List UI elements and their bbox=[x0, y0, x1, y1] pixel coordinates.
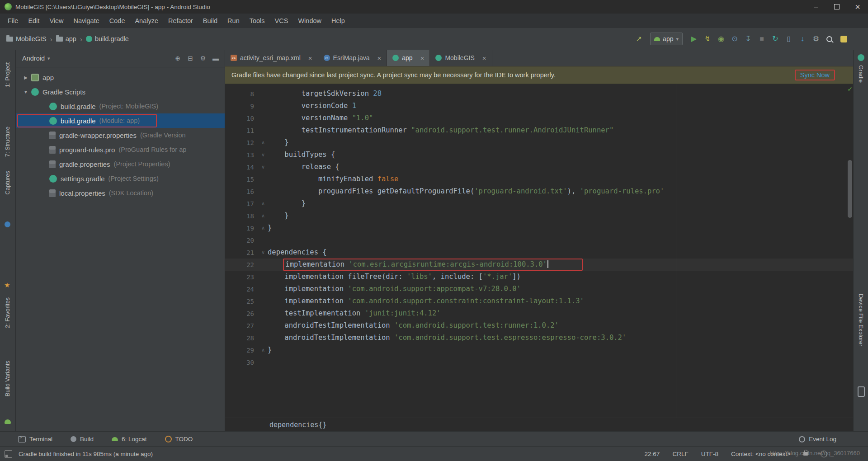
search-everywhere-icon[interactable] bbox=[826, 36, 832, 42]
code-line-28[interactable]: 28 androidTestImplementation 'com.androi… bbox=[225, 332, 853, 344]
code-line-16[interactable]: 16 proguardFiles getDefaultProguardFile(… bbox=[225, 185, 853, 198]
menu-item-navigate[interactable]: Navigate bbox=[69, 14, 104, 28]
editor-tab-esrimap-java[interactable]: CEsriMap.java× bbox=[318, 50, 387, 66]
maximize-button[interactable] bbox=[826, 0, 847, 14]
menu-item-vcs[interactable]: VCS bbox=[270, 14, 293, 28]
menu-item-help[interactable]: Help bbox=[326, 14, 350, 28]
tool-button-gradle[interactable]: Gradle bbox=[858, 65, 864, 83]
notifications-icon[interactable] bbox=[840, 36, 847, 42]
device-manager-icon[interactable]: ▯ bbox=[782, 32, 796, 46]
code-line-18[interactable]: 18∧ } bbox=[225, 210, 853, 222]
menu-item-build[interactable]: Build bbox=[198, 14, 222, 28]
file-encoding[interactable]: UTF-8 bbox=[701, 451, 718, 457]
code-line-29[interactable]: 29∧} bbox=[225, 344, 853, 356]
minimize-button[interactable]: – bbox=[806, 0, 826, 14]
menu-item-file[interactable]: File bbox=[3, 14, 23, 28]
breadcrumb-app[interactable]: app bbox=[56, 35, 76, 42]
tool-button-todo[interactable]: TODO bbox=[165, 436, 193, 442]
attach-debugger-icon[interactable]: ↧ bbox=[741, 32, 755, 46]
code-line-14[interactable]: 14∨ release { bbox=[225, 161, 853, 173]
readonly-lock-icon[interactable] bbox=[803, 452, 808, 456]
hide-panel-icon[interactable]: ▬ bbox=[210, 55, 221, 62]
tree-item-local-properties-sdk-location[interactable]: local.properties(SDK Location) bbox=[16, 186, 225, 200]
tool-button-terminal[interactable]: Terminal bbox=[18, 436, 52, 442]
tree-item-build-gradle-project-mobilegis[interactable]: build.gradle(Project: MobileGIS) bbox=[16, 99, 225, 113]
tool-button-build-variants[interactable]: Build Variants bbox=[4, 361, 11, 396]
code-line-11[interactable]: 11 testInstrumentationRunner "android.su… bbox=[225, 124, 853, 136]
tree-item-gradle-properties-project-properties[interactable]: gradle.properties(Project Properties) bbox=[16, 157, 225, 171]
tool-button-7-structure[interactable]: 7: Structure bbox=[4, 127, 11, 157]
code-line-10[interactable]: 10 versionName "1.0" bbox=[225, 112, 853, 124]
scrollbar-thumb[interactable] bbox=[848, 160, 852, 218]
profiler-icon[interactable]: ⊙ bbox=[728, 32, 741, 46]
code-line-30[interactable]: 30 bbox=[225, 356, 853, 368]
tree-item-gradle-wrapper-properties-gradle-version[interactable]: gradle-wrapper.properties(Gradle Version bbox=[16, 128, 225, 142]
code-line-24[interactable]: 24 implementation 'com.android.support:a… bbox=[225, 283, 853, 295]
code-line-21[interactable]: 21∨dependencies { bbox=[225, 246, 853, 259]
tool-button-2-favorites[interactable]: 2: Favorites bbox=[4, 297, 11, 328]
stop-icon[interactable]: ■ bbox=[755, 32, 769, 46]
editor-tab-app[interactable]: app× bbox=[387, 50, 430, 66]
code-line-19[interactable]: 19∧} bbox=[225, 222, 853, 234]
editor-breadcrumb[interactable]: dependencies{} bbox=[269, 421, 326, 429]
menu-item-tools[interactable]: Tools bbox=[245, 14, 270, 28]
collapse-all-icon[interactable]: ⊟ bbox=[185, 55, 196, 62]
menu-item-view[interactable]: View bbox=[44, 14, 68, 28]
code-line-26[interactable]: 26 testImplementation 'junit:junit:4.12' bbox=[225, 307, 853, 320]
breadcrumb-build-gradle[interactable]: build.gradle bbox=[86, 35, 129, 42]
run-icon[interactable]: ▶ bbox=[687, 32, 701, 46]
tab-close-icon[interactable]: × bbox=[308, 54, 312, 62]
menu-item-window[interactable]: Window bbox=[293, 14, 326, 28]
code-line-12[interactable]: 12∧ } bbox=[225, 136, 853, 149]
code-line-22[interactable]: 22 implementation 'com.esri.arcgisruntim… bbox=[225, 259, 853, 271]
code-editor[interactable]: 8 targetSdkVersion 289 versionCode 110 v… bbox=[225, 84, 853, 418]
tool-button-1-project[interactable]: 1: Project bbox=[4, 62, 11, 87]
breadcrumb-mobilegis[interactable]: MobileGIS bbox=[6, 35, 47, 42]
code-line-23[interactable]: 23 implementation fileTree(dir: 'libs', … bbox=[225, 271, 853, 283]
editor-tab-mobilegis[interactable]: MobileGIS× bbox=[430, 50, 492, 66]
tool-button-device-file-explorer[interactable]: Device File Explorer bbox=[858, 294, 864, 346]
project-view-mode[interactable]: Android bbox=[22, 55, 45, 62]
code-line-20[interactable]: 20 bbox=[225, 234, 853, 246]
menu-item-edit[interactable]: Edit bbox=[23, 14, 44, 28]
tool-button-captures[interactable]: Captures bbox=[4, 171, 11, 195]
sync-gradle-icon[interactable]: ↻ bbox=[769, 32, 782, 46]
highlighting-context[interactable]: Context: <no context> bbox=[731, 451, 791, 457]
tree-item-settings-gradle-project-settings[interactable]: settings.gradle(Project Settings) bbox=[16, 171, 225, 186]
inspection-profile-icon[interactable] bbox=[821, 451, 827, 457]
tab-close-icon[interactable]: × bbox=[420, 54, 425, 62]
menu-item-analyze[interactable]: Analyze bbox=[130, 14, 163, 28]
attach-arrow-icon[interactable]: ↗ bbox=[632, 32, 646, 46]
tab-close-icon[interactable]: × bbox=[377, 54, 382, 62]
code-line-27[interactable]: 27 androidTestImplementation 'com.androi… bbox=[225, 320, 853, 332]
line-separator[interactable]: CRLF bbox=[672, 451, 688, 457]
sync-now-link[interactable]: Sync Now bbox=[795, 70, 835, 80]
cursor-position[interactable]: 22:67 bbox=[645, 451, 660, 457]
locate-file-icon[interactable]: ⊕ bbox=[172, 55, 183, 62]
code-line-9[interactable]: 9 versionCode 1 bbox=[225, 100, 853, 112]
sdk-manager-icon[interactable]: ↓ bbox=[796, 32, 809, 46]
run-configuration-select[interactable]: app ▾ bbox=[650, 33, 683, 45]
settings-gear-icon[interactable]: ⚙ bbox=[809, 32, 823, 46]
tree-item-build-gradle-module-app[interactable]: build.gradle(Module: app) bbox=[16, 113, 225, 128]
editor-tab-activity-esri-map-xml[interactable]: <>activity_esri_map.xml× bbox=[225, 50, 318, 66]
toolwindow-toggle-icon[interactable] bbox=[5, 450, 12, 458]
code-line-17[interactable]: 17∧ } bbox=[225, 198, 853, 210]
tool-button-6-logcat[interactable]: 6: Logcat bbox=[112, 436, 147, 442]
code-line-8[interactable]: 8 targetSdkVersion 28 bbox=[225, 88, 853, 100]
tree-item-app[interactable]: ▶app bbox=[16, 70, 225, 85]
tree-item-proguard-rules-pro-proguard-rules-for-ap[interactable]: proguard-rules.pro(ProGuard Rules for ap bbox=[16, 142, 225, 157]
menu-item-code[interactable]: Code bbox=[104, 14, 130, 28]
menu-item-run[interactable]: Run bbox=[222, 14, 245, 28]
panel-settings-icon[interactable]: ⚙ bbox=[198, 55, 208, 62]
close-button[interactable]: × bbox=[847, 0, 868, 14]
code-line-15[interactable]: 15 minifyEnabled false bbox=[225, 173, 853, 185]
code-line-13[interactable]: 13∨ buildTypes { bbox=[225, 149, 853, 161]
debug-icon[interactable]: ◉ bbox=[714, 32, 728, 46]
menu-item-refactor[interactable]: Refactor bbox=[163, 14, 198, 28]
tool-button-build[interactable]: Build bbox=[71, 436, 94, 442]
editor-scrollbar[interactable]: ✓ bbox=[847, 84, 853, 418]
apply-changes-icon[interactable]: ↯ bbox=[701, 32, 714, 46]
event-log-button[interactable]: Event Log bbox=[799, 436, 868, 442]
tree-item-gradle-scripts[interactable]: ▼Gradle Scripts bbox=[16, 85, 225, 99]
